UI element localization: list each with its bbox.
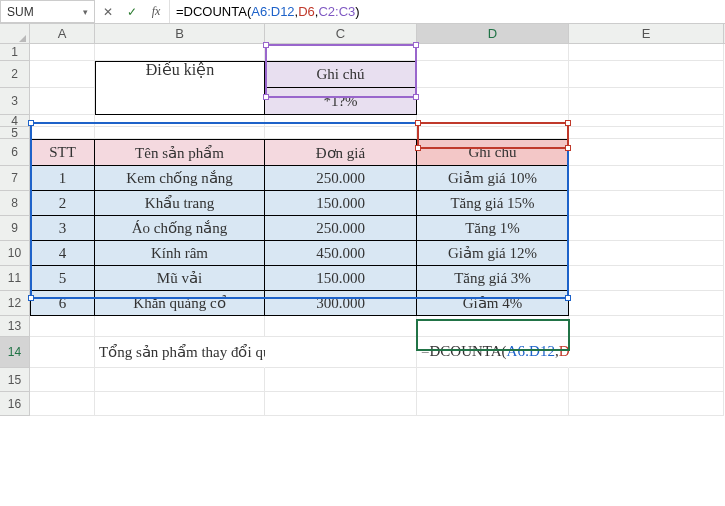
table-header-name[interactable]: Tên sản phẩm <box>95 139 265 166</box>
cell[interactable] <box>30 316 95 337</box>
cell[interactable]: 5 <box>30 266 95 291</box>
cell[interactable] <box>417 61 569 88</box>
cell[interactable] <box>265 127 417 139</box>
cell[interactable]: 1 <box>30 166 95 191</box>
cell[interactable] <box>569 216 724 241</box>
cell[interactable] <box>569 139 724 166</box>
cancel-edit-button[interactable]: ✕ <box>99 2 117 22</box>
cell[interactable]: Giảm 4% <box>417 291 569 316</box>
cell[interactable]: 300.000 <box>265 291 417 316</box>
cell[interactable] <box>569 61 724 88</box>
cell[interactable] <box>265 44 417 61</box>
cell[interactable]: Giảm giá 10% <box>417 166 569 191</box>
cell[interactable]: Áo chống nắng <box>95 216 265 241</box>
criteria-label-bottom[interactable] <box>95 88 265 115</box>
cell[interactable] <box>265 316 417 337</box>
cell[interactable] <box>30 127 95 139</box>
row-header-14[interactable]: 14 <box>0 337 30 368</box>
select-all-corner[interactable] <box>0 24 30 43</box>
cell[interactable] <box>417 392 569 416</box>
col-header-a[interactable]: A <box>30 24 95 43</box>
cell[interactable] <box>569 166 724 191</box>
cell[interactable] <box>569 392 724 416</box>
cell[interactable] <box>417 115 569 127</box>
cell[interactable]: Tăng 1% <box>417 216 569 241</box>
cell[interactable] <box>569 291 724 316</box>
cell[interactable] <box>569 337 724 368</box>
cell[interactable] <box>30 337 95 368</box>
insert-function-button[interactable]: fx <box>147 2 165 22</box>
row-header-15[interactable]: 15 <box>0 368 30 392</box>
row-header-11[interactable]: 11 <box>0 266 30 291</box>
table-header-stt[interactable]: STT <box>30 139 95 166</box>
cell[interactable] <box>417 88 569 115</box>
row-header-13[interactable]: 13 <box>0 316 30 337</box>
cell[interactable]: Giảm giá 12% <box>417 241 569 266</box>
cell[interactable] <box>569 88 724 115</box>
cell[interactable]: Kem chống nắng <box>95 166 265 191</box>
row-header-10[interactable]: 10 <box>0 241 30 266</box>
cell[interactable]: 450.000 <box>265 241 417 266</box>
formula-bar[interactable]: =DCOUNTA( A6:D12 , D6 , C2:C3 ) <box>170 0 725 23</box>
table-header-note[interactable]: Ghi chú <box>417 139 569 166</box>
cell[interactable] <box>30 61 95 88</box>
cell[interactable]: Tăng giá 15% <box>417 191 569 216</box>
cell[interactable]: Tăng giá 3% <box>417 266 569 291</box>
cell[interactable] <box>30 115 95 127</box>
cell[interactable] <box>95 368 265 392</box>
row-header-12[interactable]: 12 <box>0 291 30 316</box>
cell[interactable] <box>265 392 417 416</box>
cell[interactable] <box>569 127 724 139</box>
footer-label-cell[interactable]: Tổng sản phẩm thay đổi quá 10% <box>95 337 265 368</box>
cell[interactable] <box>417 127 569 139</box>
cell[interactable] <box>30 368 95 392</box>
cell[interactable] <box>95 316 265 337</box>
cell[interactable] <box>265 337 417 368</box>
cell[interactable] <box>569 44 724 61</box>
active-cell[interactable]: =DCOUNTA(A6:D12,D6,C2:C3) <box>417 337 569 368</box>
row-header-1[interactable]: 1 <box>0 44 30 61</box>
cell[interactable]: 150.000 <box>265 266 417 291</box>
cell[interactable]: 250.000 <box>265 166 417 191</box>
cell[interactable]: 250.000 <box>265 216 417 241</box>
row-header-9[interactable]: 9 <box>0 216 30 241</box>
cell[interactable]: 3 <box>30 216 95 241</box>
cell[interactable]: Kính râm <box>95 241 265 266</box>
cell[interactable]: Khẩu trang <box>95 191 265 216</box>
criteria-header-cell[interactable]: Ghi chú <box>265 61 417 88</box>
cell[interactable] <box>569 241 724 266</box>
name-box[interactable]: SUM ▾ <box>0 0 95 23</box>
cell[interactable] <box>95 392 265 416</box>
cell[interactable] <box>417 368 569 392</box>
name-box-dropdown-icon[interactable]: ▾ <box>83 7 88 17</box>
cell[interactable] <box>417 316 569 337</box>
cell[interactable] <box>95 127 265 139</box>
cell[interactable] <box>569 266 724 291</box>
cell[interactable]: Mũ vải <box>95 266 265 291</box>
row-header-5[interactable]: 5 <box>0 127 30 139</box>
confirm-edit-button[interactable]: ✓ <box>123 2 141 22</box>
criteria-label-cell[interactable] <box>95 61 265 88</box>
row-header-16[interactable]: 16 <box>0 392 30 416</box>
cell[interactable]: 2 <box>30 191 95 216</box>
cell[interactable] <box>30 88 95 115</box>
cell[interactable]: 6 <box>30 291 95 316</box>
cell[interactable] <box>30 44 95 61</box>
row-header-7[interactable]: 7 <box>0 166 30 191</box>
row-header-8[interactable]: 8 <box>0 191 30 216</box>
col-header-c[interactable]: C <box>265 24 417 43</box>
row-header-3[interactable]: 3 <box>0 88 30 115</box>
cell[interactable] <box>95 115 265 127</box>
cell[interactable] <box>30 392 95 416</box>
cell[interactable] <box>417 44 569 61</box>
cell[interactable]: 4 <box>30 241 95 266</box>
cell[interactable] <box>569 191 724 216</box>
cell[interactable] <box>569 316 724 337</box>
criteria-value-cell[interactable]: *1?% <box>265 88 417 115</box>
cell[interactable] <box>569 115 724 127</box>
row-header-6[interactable]: 6 <box>0 139 30 166</box>
cell[interactable]: Khăn quàng cổ <box>95 291 265 316</box>
col-header-d[interactable]: D <box>417 24 569 43</box>
cell[interactable]: 150.000 <box>265 191 417 216</box>
cell[interactable] <box>265 368 417 392</box>
